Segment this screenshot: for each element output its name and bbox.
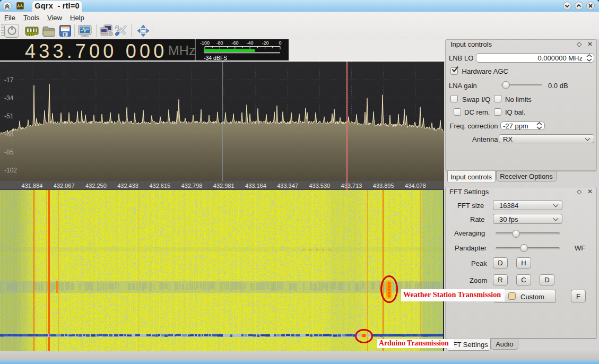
- svg-text:432.433: 432.433: [117, 183, 138, 189]
- svg-text:433.713: 433.713: [341, 183, 362, 189]
- svg-text:432.615: 432.615: [149, 183, 170, 189]
- svg-text:433.347: 433.347: [277, 183, 298, 189]
- svg-text:-102: -102: [4, 167, 17, 174]
- svg-text:432.250: 432.250: [85, 183, 107, 189]
- svg-text:433.164: 433.164: [245, 183, 266, 189]
- svg-text:432.798: 432.798: [181, 183, 203, 189]
- svg-text:432.981: 432.981: [213, 183, 235, 189]
- svg-text:-40: -40: [246, 40, 253, 46]
- svg-text:-34 dBFS: -34 dBFS: [204, 55, 227, 60]
- svg-text:433.530: 433.530: [309, 183, 330, 189]
- svg-text:431.884: 431.884: [22, 183, 43, 189]
- svg-text:432.067: 432.067: [54, 183, 75, 189]
- svg-text:-34: -34: [4, 94, 14, 102]
- svg-text:-80: -80: [216, 40, 223, 46]
- svg-text:-20: -20: [262, 40, 268, 46]
- svg-text:0: 0: [279, 40, 281, 46]
- svg-text:-85: -85: [4, 149, 14, 156]
- svg-text:-68: -68: [4, 131, 14, 138]
- svg-text:433.895: 433.895: [373, 183, 394, 189]
- svg-text:-51: -51: [4, 112, 14, 120]
- svg-text:-17: -17: [4, 76, 14, 84]
- svg-text:-100: -100: [200, 40, 210, 46]
- svg-text:-60: -60: [231, 40, 238, 46]
- svg-text:434.078: 434.078: [405, 183, 426, 189]
